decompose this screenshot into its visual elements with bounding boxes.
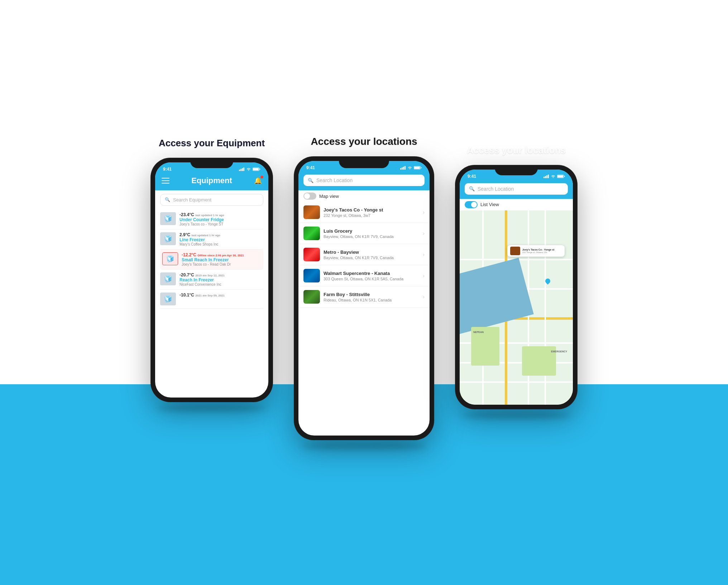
equip-location-3: NiceFast Convenience Inc [179,282,263,286]
location-item-3[interactable]: Walmart Supercentre - Kanata 303 Queen S… [298,265,430,286]
equip-name-1: Line Freezer [179,237,263,242]
equip-info-3: -20.7°C 2019 am Sep 12, 2021 Reach In Fr… [179,272,263,286]
equip-item-1[interactable]: 🧊 2.9°C last updated 1 hr ago Line Freez… [160,229,263,249]
location-item-1[interactable]: Luis Grocery Bayview, Ottawa, ON K1R 7V9… [298,223,430,244]
chevron-right-icon-2: › [423,252,425,257]
equip-location-1: Mary's Coffee Shops Inc [179,242,263,246]
loc-thumb-walmart [303,269,320,282]
center-search-placeholder: Search Location [316,177,353,183]
hamburger-icon[interactable] [162,178,169,184]
loc-address-1: Bayview, Ottawa, ON K1R 7V9, Canada [324,234,419,239]
equip-item-0[interactable]: 🧊 -23.4°C last updated 1 hr ago Under Co… [160,209,263,229]
loc-address-0: 232 Yonge st, Ottawa, 3w7 [324,213,419,218]
center-search-bar[interactable]: 🔍 Search Location [303,175,425,186]
equip-location-2: Joey's Tacos co - Read Oak Dr [182,262,261,266]
svg-rect-19 [557,175,563,177]
bell-icon[interactable]: 🔔 [254,177,262,185]
equip-temp-4: -10.1°C 2021 am Sep 09, 2021 [179,292,263,298]
phone-right-label: Access your locations [467,144,566,157]
equip-temp-note-4: 2021 am Sep 09, 2021 [195,294,225,297]
right-search-bar[interactable]: 🔍 Search Location [465,183,568,195]
wifi-icon [246,167,251,171]
map-river [460,258,533,338]
equip-thumb-4: 🧊 [160,292,176,305]
center-search-area: 🔍 Search Location [298,172,430,190]
map-background: NEPEAN WESTBORO EMERGENCY Joey's Tacos C… [460,210,573,405]
equipment-search-bar[interactable]: 🔍 Search Equipment [160,194,263,206]
svg-rect-5 [253,168,259,170]
equip-item-2[interactable]: 🧊 -12.2°C Offline since 2:06 pm Apr 26, … [160,249,263,270]
svg-rect-17 [548,175,549,178]
equip-name-0: Under Counter Fridge [179,217,263,222]
location-item-4[interactable]: Farm Boy - Stittsville Rideau, Ottawa, O… [298,286,430,308]
list-view-toggle[interactable] [465,201,478,208]
right-toggle-row: List View [460,199,573,210]
phones-container: Access your Equipment 9:41 [0,0,728,585]
location-item-0[interactable]: Joey's Tacos Co - Yonge st 232 Yonge st,… [298,202,430,223]
phone-right-frame: 9:41 [455,165,577,409]
equip-thumb-1: 🧊 [160,232,176,245]
road-v3 [545,210,546,405]
center-search-icon: 🔍 [308,178,313,183]
right-search-placeholder: Search Location [478,186,514,192]
svg-rect-15 [545,176,546,178]
loc-info-2: Metro - Bayview Bayview, Ottawa, ON K1R … [324,249,419,260]
equip-name-3: Reach In Freezer [179,277,263,282]
center-toggle-row: Map view [298,190,430,202]
svg-rect-14 [543,177,545,178]
phone-right-shadow [461,412,571,419]
wifi-icon-right [551,175,556,178]
chevron-right-icon-0: › [423,209,425,215]
map-popup-thumb [510,247,520,255]
location-item-2[interactable]: Metro - Bayview Bayview, Ottawa, ON K1R … [298,244,430,265]
phone-center-shadow [301,443,427,450]
svg-rect-12 [414,167,420,169]
chevron-right-icon-4: › [423,294,425,300]
loc-thumb-tacos [303,205,320,219]
phone-equipment: Access your Equipment 9:41 [151,137,273,412]
map-view-toggle[interactable] [303,192,316,200]
equip-thumb-2: 🧊 [162,252,178,265]
svg-rect-2 [242,168,243,171]
equip-item-4[interactable]: 🧊 -10.1°C 2021 am Sep 09, 2021 [160,290,263,309]
svg-rect-3 [243,167,244,171]
bell-badge [260,176,263,179]
phone-center-label: Access your locations [311,135,417,148]
map-container[interactable]: NEPEAN WESTBORO EMERGENCY Joey's Tacos C… [460,210,573,405]
right-search-icon: 🔍 [469,186,475,191]
map-popup-address: 232 Yonge st, Ottawa, ON [522,251,555,254]
phone-locations-list: Access your locations 9:41 [294,135,434,450]
equip-location-0: Joey's Tacos co - Yonge ST [179,222,263,226]
map-popup-name: Joey's Tacos Co - Yonge st [522,248,555,251]
battery-icon-right [557,175,565,178]
wifi-icon-center [407,166,412,170]
status-time-center: 9:41 [306,165,315,170]
loc-name-1: Luis Grocery [324,228,419,234]
phone-right-notch [495,165,538,175]
loc-name-0: Joey's Tacos Co - Yonge st [324,207,419,213]
chevron-right-icon-1: › [423,230,425,236]
app-header-equipment: Equipment 🔔 [155,173,268,190]
svg-rect-20 [564,176,565,177]
phone-center-frame: 9:41 [294,157,434,440]
loc-address-4: Rideau, Ottawa, ON K1N 5X1, Canada [324,298,419,302]
status-icons-right [543,175,565,178]
equip-info-4: -10.1°C 2021 am Sep 09, 2021 [179,292,263,298]
map-popup[interactable]: Joey's Tacos Co - Yonge st 232 Yonge st,… [507,245,565,257]
equip-thumb-3: 🧊 [160,272,176,285]
loc-thumb-metro [303,248,320,261]
equip-temp-0: -23.4°C last updated 1 hr ago [179,212,263,217]
phone-center-screen: 9:41 [298,161,430,436]
loc-name-2: Metro - Bayview [324,249,419,255]
loc-name-3: Walmart Supercentre - Kanata [324,271,419,276]
signal-icon [239,167,245,171]
equip-temp-note-3: 2019 am Sep 12, 2021 [195,274,225,277]
road-h5 [460,381,573,383]
equipment-list: 🧊 -23.4°C last updated 1 hr ago Under Co… [155,209,268,398]
equip-temp-3: -20.7°C 2019 am Sep 12, 2021 [179,272,263,277]
equip-item-3[interactable]: 🧊 -20.7°C 2019 am Sep 12, 2021 Reach In … [160,270,263,290]
search-placeholder: Search Equipment [173,197,211,203]
signal-icon-right [543,175,549,178]
svg-rect-8 [402,167,403,170]
svg-rect-7 [400,168,401,170]
